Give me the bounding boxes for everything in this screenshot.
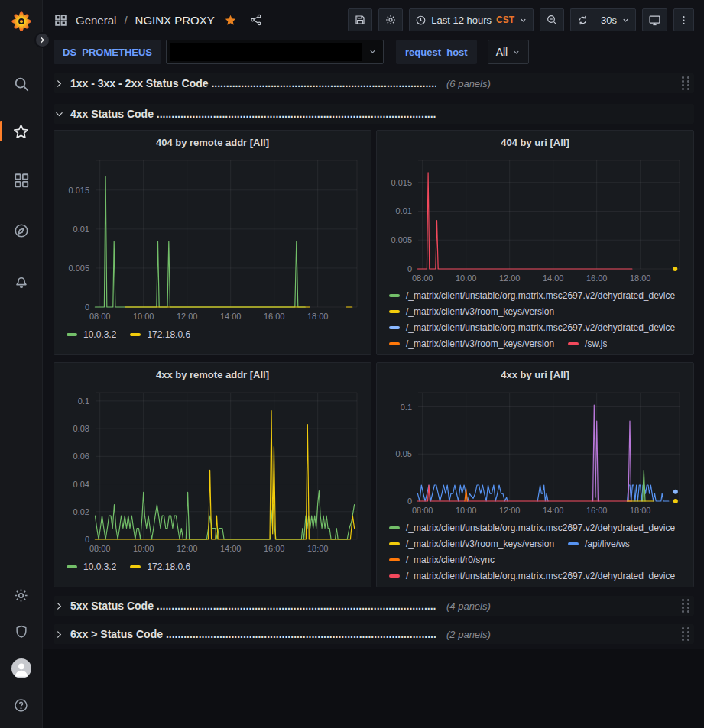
legend-label: 172.18.0.6 xyxy=(147,561,190,572)
svg-text:0.06: 0.06 xyxy=(73,451,89,461)
dashboard-title[interactable]: NGINX PROXY xyxy=(135,14,215,27)
series-line xyxy=(95,491,354,539)
time-series-plot[interactable]: 00.020.040.060.080.108:0010:0012:0014:00… xyxy=(60,385,366,558)
svg-text:0.1: 0.1 xyxy=(78,396,89,406)
zoom-out-icon xyxy=(546,14,558,26)
series-point xyxy=(673,499,678,503)
legend-item[interactable]: 10.0.3.2 xyxy=(67,327,116,343)
grafana-logo[interactable] xyxy=(6,6,37,37)
legend-label: /_matrix/client/unstable/org.matrix.msc2… xyxy=(406,523,675,533)
star-icon xyxy=(12,123,30,141)
user-avatar[interactable] xyxy=(6,653,37,684)
panel-title[interactable]: 4xx by remote addr [All] xyxy=(60,367,365,385)
legend-item[interactable]: 10.0.3.2 xyxy=(67,559,116,575)
legend-label: /sw.js xyxy=(585,338,607,349)
series-line xyxy=(628,485,669,501)
refresh-interval-dropdown[interactable]: 30s xyxy=(595,8,636,31)
legend-item[interactable]: /_matrix/client/v3/room_keys/version xyxy=(389,535,554,552)
legend-label: 10.0.3.2 xyxy=(83,561,116,572)
redacted-value xyxy=(170,43,362,61)
svg-text:18:00: 18:00 xyxy=(630,273,651,283)
legend-item[interactable]: /_matrix/client/r0/sync xyxy=(389,552,495,568)
dashboard-settings-button[interactable] xyxy=(378,8,403,31)
sidebar-item-dashboards[interactable] xyxy=(6,165,37,196)
legend-item[interactable]: /_matrix/client/unstable/org.matrix.msc2… xyxy=(389,319,675,335)
row-drag-handle[interactable] xyxy=(682,599,691,613)
legend-item[interactable]: /sw.js xyxy=(568,335,607,350)
time-series-plot[interactable]: 00.050.108:0010:0012:0014:0016:0018:00 xyxy=(383,385,689,519)
row-6xx[interactable]: 6xx > Status Code ......................… xyxy=(54,624,694,644)
legend-item[interactable]: /api/live/ws xyxy=(568,535,630,552)
svg-text:0.05: 0.05 xyxy=(396,449,412,458)
grafana-app: General / NGINX PROXY La xyxy=(0,0,704,728)
svg-text:14:00: 14:00 xyxy=(543,506,564,515)
time-range-picker[interactable]: Last 12 hours CST xyxy=(409,8,534,31)
more-options-kebab[interactable] xyxy=(673,8,694,31)
sidebar-item-explore[interactable] xyxy=(6,215,37,246)
kebab-icon xyxy=(678,15,689,26)
zoom-out-button[interactable] xyxy=(540,8,564,31)
save-icon xyxy=(354,14,366,26)
refresh-icon xyxy=(577,15,589,26)
panel-title[interactable]: 404 by remote addr [All] xyxy=(60,134,365,153)
breadcrumb-folder[interactable]: General xyxy=(76,14,116,27)
datasource-dropdown[interactable] xyxy=(166,40,384,64)
expand-sidebar-button[interactable] xyxy=(34,32,50,48)
series-point xyxy=(673,490,678,494)
request-host-dropdown[interactable]: All xyxy=(488,40,530,64)
legend-item[interactable]: /_matrix/client/unstable/org.matrix.msc2… xyxy=(389,287,675,303)
legend-swatch xyxy=(389,558,400,561)
panel: 404 by remote addr [All]00.0050.010.0150… xyxy=(54,130,371,355)
legend-item[interactable]: /_matrix/client/v3/room_keys/version xyxy=(389,335,554,350)
svg-text:16:00: 16:00 xyxy=(586,506,608,515)
legend-item[interactable]: /_matrix/client/unstable/org.matrix.msc2… xyxy=(389,568,675,582)
legend-swatch xyxy=(389,526,400,529)
time-series-plot[interactable]: 00.0050.010.01508:0010:0012:0014:0016:00… xyxy=(383,153,689,287)
panel-title[interactable]: 404 by uri [All] xyxy=(383,134,687,153)
legend-swatch xyxy=(67,333,77,336)
panel-title[interactable]: 4xx by uri [All] xyxy=(383,367,687,385)
search-icon[interactable] xyxy=(6,69,37,99)
share-dashboard-icon[interactable] xyxy=(249,13,263,27)
row-panel-count: (2 panels) xyxy=(446,629,491,640)
row-drag-handle[interactable] xyxy=(682,76,691,90)
legend-swatch xyxy=(568,342,579,345)
row-5xx[interactable]: 5xx Status Code ........................… xyxy=(54,596,694,616)
svg-text:14:00: 14:00 xyxy=(543,273,564,283)
tv-mode-button[interactable] xyxy=(642,8,667,31)
legend-swatch xyxy=(130,565,141,568)
configuration-gear-icon[interactable] xyxy=(6,580,37,610)
save-dashboard-button[interactable] xyxy=(348,8,372,31)
refresh-button[interactable] xyxy=(570,8,595,31)
apps-grid-icon[interactable] xyxy=(54,13,68,28)
row-drag-handle[interactable] xyxy=(682,627,691,641)
row-title: 4xx Status Code ........................… xyxy=(70,108,436,120)
legend-item[interactable]: 172.18.0.6 xyxy=(130,559,190,575)
series-line xyxy=(417,173,632,269)
svg-text:0.02: 0.02 xyxy=(73,507,89,516)
svg-text:10:00: 10:00 xyxy=(456,273,477,283)
sidebar-item-alerting[interactable] xyxy=(6,266,37,296)
help-icon[interactable] xyxy=(6,690,37,720)
svg-text:12:00: 12:00 xyxy=(177,312,198,321)
legend-item[interactable]: /_matrix/client/unstable/org.matrix.msc2… xyxy=(389,519,675,535)
legend-label: /_matrix/client/v3/room_keys/version xyxy=(406,338,554,349)
dashboard-canvas: 1xx - 3xx - 2xx Status Code ............… xyxy=(43,67,704,728)
legend-label: /_matrix/client/unstable/org.matrix.msc2… xyxy=(406,290,675,301)
svg-text:10:00: 10:00 xyxy=(133,544,154,553)
legend-swatch xyxy=(568,542,579,545)
server-admin-shield-icon[interactable] xyxy=(6,616,37,647)
request-host-value: All xyxy=(496,46,508,58)
breadcrumb-separator: / xyxy=(124,14,127,27)
row-4xx[interactable]: 4xx Status Code ........................… xyxy=(54,104,694,124)
legend-item[interactable]: 172.18.0.6 xyxy=(130,327,190,343)
time-series-plot[interactable]: 00.0050.010.01508:0010:0012:0014:0016:00… xyxy=(60,153,366,325)
row-panel-count: (6 panels) xyxy=(446,78,491,89)
svg-text:0.015: 0.015 xyxy=(68,186,89,195)
sidebar-item-starred[interactable] xyxy=(6,116,37,147)
legend-swatch xyxy=(389,326,400,329)
row-1xx-2xx-3xx[interactable]: 1xx - 3xx - 2xx Status Code ............… xyxy=(54,73,694,93)
star-dashboard-icon[interactable] xyxy=(224,14,237,27)
legend-item[interactable]: /_matrix/client/v3/room_keys/version xyxy=(389,303,554,319)
series-line xyxy=(417,485,508,501)
